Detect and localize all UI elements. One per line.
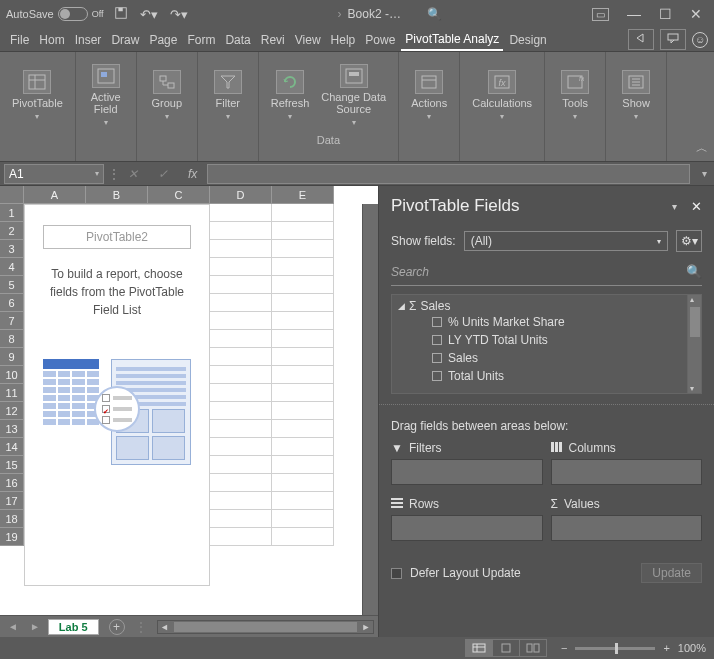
field-group[interactable]: ◢ΣSales bbox=[398, 299, 681, 313]
calculations-button[interactable]: fxCalculations▾ bbox=[468, 66, 536, 125]
row-header[interactable]: 17 bbox=[0, 492, 24, 510]
sheet-tab-active[interactable]: Lab 5 bbox=[48, 619, 99, 635]
row-header[interactable]: 7 bbox=[0, 312, 24, 330]
area-values[interactable]: ΣValues bbox=[551, 495, 703, 541]
area-columns[interactable]: Columns bbox=[551, 439, 703, 485]
pane-title: PivotTable Fields bbox=[391, 196, 672, 216]
area-filters[interactable]: ▼Filters bbox=[391, 439, 543, 485]
tab-draw[interactable]: Draw bbox=[107, 30, 143, 50]
show-button[interactable]: Show▾ bbox=[614, 66, 658, 125]
view-page-break-button[interactable] bbox=[519, 639, 547, 657]
tab-file[interactable]: File bbox=[6, 30, 33, 50]
row-header[interactable]: 9 bbox=[0, 348, 24, 366]
pane-options-icon[interactable]: ▾ bbox=[672, 201, 677, 212]
field-item[interactable]: Sales bbox=[398, 349, 681, 367]
tools-button[interactable]: fxTools▾ bbox=[553, 66, 597, 125]
select-all-corner[interactable] bbox=[0, 186, 24, 204]
close-button[interactable]: ✕ bbox=[690, 6, 702, 22]
share-button[interactable] bbox=[628, 29, 654, 50]
tab-page-layout[interactable]: Page bbox=[145, 30, 181, 50]
pivottable-button[interactable]: PivotTable▾ bbox=[8, 66, 67, 125]
col-header[interactable]: E bbox=[272, 186, 334, 204]
row-header[interactable]: 13 bbox=[0, 420, 24, 438]
expand-formula-bar-icon[interactable]: ▾ bbox=[694, 168, 714, 179]
show-fields-select[interactable]: (All)▾ bbox=[464, 231, 668, 251]
tab-data[interactable]: Data bbox=[221, 30, 254, 50]
row-header[interactable]: 14 bbox=[0, 438, 24, 456]
name-box[interactable]: A1▾ bbox=[4, 164, 104, 184]
refresh-button[interactable]: Refresh▾ bbox=[267, 66, 314, 125]
tab-view[interactable]: View bbox=[291, 30, 325, 50]
row-header[interactable]: 15 bbox=[0, 456, 24, 474]
minimize-button[interactable]: — bbox=[627, 6, 641, 22]
view-page-layout-button[interactable] bbox=[492, 639, 520, 657]
col-header[interactable]: D bbox=[210, 186, 272, 204]
row-header[interactable]: 12 bbox=[0, 402, 24, 420]
tools-gear-icon[interactable]: ⚙▾ bbox=[676, 230, 702, 252]
defer-checkbox[interactable] bbox=[391, 568, 402, 579]
svg-rect-12 bbox=[422, 76, 436, 88]
field-search[interactable]: Search 🔍 bbox=[391, 262, 702, 286]
row-header[interactable]: 18 bbox=[0, 510, 24, 528]
add-sheet-button[interactable]: + bbox=[109, 619, 125, 635]
row-header[interactable]: 1 bbox=[0, 204, 24, 222]
ribbon-display-icon[interactable]: ▭ bbox=[592, 8, 609, 21]
tab-design[interactable]: Design bbox=[505, 30, 550, 50]
field-list-scrollbar[interactable] bbox=[687, 295, 701, 393]
zoom-out-button[interactable]: − bbox=[561, 642, 567, 654]
save-icon[interactable] bbox=[114, 6, 128, 23]
vertical-scrollbar[interactable] bbox=[362, 204, 378, 615]
redo-icon[interactable]: ↷▾ bbox=[170, 7, 188, 22]
change-data-source-button[interactable]: Change Data Source▾ bbox=[317, 60, 390, 131]
row-header[interactable]: 16 bbox=[0, 474, 24, 492]
horizontal-scrollbar[interactable]: ◄► bbox=[157, 620, 374, 634]
group-button[interactable]: Group▾ bbox=[145, 66, 189, 125]
area-rows[interactable]: Rows bbox=[391, 495, 543, 541]
zoom-in-button[interactable]: + bbox=[663, 642, 669, 654]
maximize-button[interactable]: ☐ bbox=[659, 6, 672, 22]
row-header[interactable]: 8 bbox=[0, 330, 24, 348]
row-header[interactable]: 3 bbox=[0, 240, 24, 258]
update-button[interactable]: Update bbox=[641, 563, 702, 583]
row-header[interactable]: 2 bbox=[0, 222, 24, 240]
tab-formulas[interactable]: Form bbox=[183, 30, 219, 50]
feedback-icon[interactable]: ☺ bbox=[692, 32, 708, 48]
tab-review[interactable]: Revi bbox=[257, 30, 289, 50]
collapse-ribbon-icon[interactable]: ︿ bbox=[696, 140, 708, 157]
row-header[interactable]: 5 bbox=[0, 276, 24, 294]
zoom-level[interactable]: 100% bbox=[678, 642, 706, 654]
zoom-slider[interactable] bbox=[575, 647, 655, 650]
row-header[interactable]: 4 bbox=[0, 258, 24, 276]
tab-help[interactable]: Help bbox=[327, 30, 360, 50]
filter-button[interactable]: Filter▾ bbox=[206, 66, 250, 125]
field-item[interactable]: % Units Market Share bbox=[398, 313, 681, 331]
sheet-nav-next[interactable]: ► bbox=[26, 621, 44, 632]
tab-pivottable-analyze[interactable]: PivotTable Analyz bbox=[401, 29, 503, 51]
autosave-toggle[interactable]: AutoSave Off bbox=[6, 7, 104, 21]
row-header[interactable]: 19 bbox=[0, 528, 24, 546]
fx-icon[interactable]: fx bbox=[178, 167, 207, 181]
sheet-nav-prev[interactable]: ◄ bbox=[4, 621, 22, 632]
undo-icon[interactable]: ↶▾ bbox=[140, 7, 158, 22]
formula-input[interactable] bbox=[207, 164, 690, 184]
row-header[interactable]: 11 bbox=[0, 384, 24, 402]
tab-power-pivot[interactable]: Powe bbox=[361, 30, 399, 50]
col-header[interactable]: B bbox=[86, 186, 148, 204]
col-header[interactable]: A bbox=[24, 186, 86, 204]
field-item[interactable]: LY YTD Total Units bbox=[398, 331, 681, 349]
enter-icon[interactable]: ✓ bbox=[148, 167, 178, 181]
comments-button[interactable] bbox=[660, 29, 686, 50]
cells-grid[interactable]: 12345678910111213141516171819 PivotTable… bbox=[0, 204, 362, 615]
pane-close-icon[interactable]: ✕ bbox=[691, 199, 702, 214]
row-header[interactable]: 10 bbox=[0, 366, 24, 384]
field-item[interactable]: Total Units bbox=[398, 367, 681, 385]
search-icon[interactable]: 🔍 bbox=[427, 7, 442, 21]
row-header[interactable]: 6 bbox=[0, 294, 24, 312]
cancel-icon[interactable]: ✕ bbox=[118, 167, 148, 181]
col-header[interactable]: C bbox=[148, 186, 210, 204]
tab-home[interactable]: Hom bbox=[35, 30, 68, 50]
view-normal-button[interactable] bbox=[465, 639, 493, 657]
actions-button[interactable]: Actions▾ bbox=[407, 66, 451, 125]
tab-insert[interactable]: Inser bbox=[71, 30, 106, 50]
active-field-button[interactable]: Active Field▾ bbox=[84, 60, 128, 131]
